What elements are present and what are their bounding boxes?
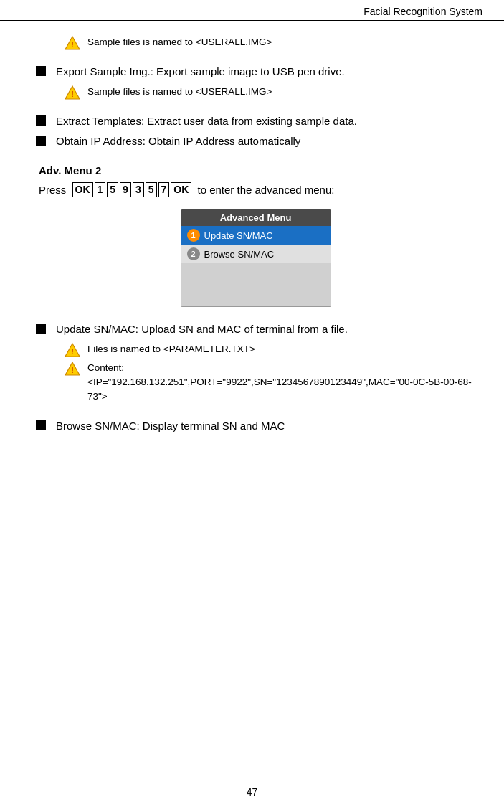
bullet-square-update — [36, 324, 46, 334]
key-3: 3 — [133, 182, 144, 198]
warning-icon-files: ! — [65, 342, 80, 358]
key-7: 7 — [158, 182, 170, 198]
bullet-text-browse: Browse SN/MAC: Display terminal SN and M… — [56, 418, 285, 435]
bullet-square-browse — [36, 420, 46, 430]
warning-content-line1: Content: — [87, 361, 475, 375]
bullet-square-4 — [36, 136, 46, 146]
press-line: Press OK 1 5 9 3 5 7 OK to enter the adv… — [36, 182, 475, 198]
page-content: ! Sample files is named to <USERALL.IMG>… — [0, 21, 504, 453]
press-label: Press — [39, 184, 66, 196]
warning-text-2: Sample files is named to <USERALL.IMG> — [87, 85, 272, 99]
warning-icon-content: ! — [65, 361, 80, 377]
warning-item-1: ! Sample files is named to <USERALL.IMG> — [65, 35, 475, 51]
key-5: 5 — [107, 182, 118, 198]
advanced-menu-screenshot: Advanced Menu 1 Update SN/MAC 2 Browse S… — [181, 209, 331, 307]
bullet-text-4: Obtain IP Address: Obtain IP Address aut… — [56, 133, 300, 150]
page-header: Facial Recognition System — [0, 0, 504, 21]
warning-item-2: ! Sample files is named to <USERALL.IMG> — [65, 85, 475, 100]
menu-item-label-2: Browse SN/MAC — [204, 249, 275, 260]
menu-item-1: 1 Update SN/MAC — [181, 226, 331, 245]
warning-icon-2: ! — [65, 85, 80, 100]
svg-text:!: ! — [71, 366, 74, 374]
key-5b: 5 — [146, 182, 157, 198]
bullet-square-3 — [36, 115, 46, 126]
page-title: Facial Recognition System — [363, 6, 482, 17]
menu-item-label-1: Update SN/MAC — [204, 230, 273, 241]
menu-item-number-1: 1 — [187, 229, 200, 242]
warning-content-line2: <IP="192.168.132.251",PORT="9922",SN="12… — [87, 375, 475, 405]
bullet-text-3: Extract Templates: Extract user data fro… — [56, 113, 357, 130]
warning-text-files: Files is named to <PARAMETER.TXT> — [87, 342, 255, 357]
key-ok2: OK — [171, 182, 191, 198]
bullet-item-browse: Browse SN/MAC: Display terminal SN and M… — [36, 418, 475, 435]
bullet-text-2: Export Sample Img.: Export sample image … — [56, 64, 345, 80]
key-1: 1 — [95, 182, 106, 198]
menu-item-2: 2 Browse SN/MAC — [181, 245, 331, 263]
page-number: 47 — [0, 786, 504, 798]
warning-item-content: ! Content: <IP="192.168.132.251",PORT="9… — [65, 361, 475, 405]
menu-item-number-2: 2 — [187, 247, 200, 260]
warning-content-block: Content: <IP="192.168.132.251",PORT="992… — [87, 361, 475, 405]
warning-item-files: ! Files is named to <PARAMETER.TXT> — [65, 342, 475, 358]
key-ok1: OK — [72, 182, 93, 198]
bullet-text-update: Update SN/MAC: Upload SN and MAC of term… — [56, 321, 348, 338]
bullet-item-update: Update SN/MAC: Upload SN and MAC of term… — [36, 321, 475, 338]
press-suffix: to enter the advanced menu: — [197, 184, 334, 196]
key-9: 9 — [120, 182, 131, 198]
bullet-square-2 — [36, 66, 46, 76]
svg-text:!: ! — [71, 40, 74, 49]
menu-spacer — [181, 263, 331, 306]
bullet-item-4: Obtain IP Address: Obtain IP Address aut… — [36, 133, 475, 150]
bullet-item-2: Export Sample Img.: Export sample image … — [36, 64, 475, 80]
section2-title: Adv. Menu 2 — [36, 164, 475, 176]
bullet-item-3: Extract Templates: Extract user data fro… — [36, 113, 475, 130]
menu-title-bar: Advanced Menu — [181, 209, 331, 226]
svg-text:!: ! — [71, 347, 74, 356]
warning-text-1: Sample files is named to <USERALL.IMG> — [87, 35, 272, 49]
warning-icon-1: ! — [65, 35, 80, 51]
svg-text:!: ! — [71, 90, 74, 98]
